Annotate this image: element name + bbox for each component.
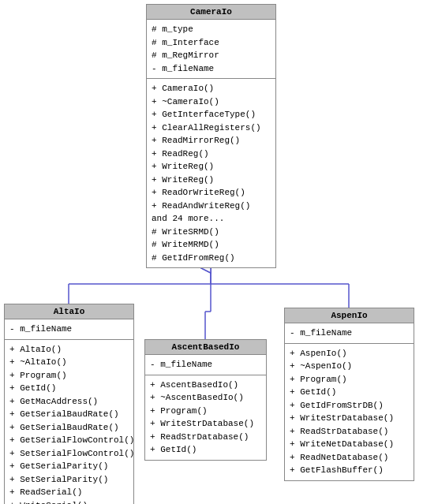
altaio-box: AltaIo - m_fileName + AltaIo() + ~AltaIo…	[4, 304, 134, 504]
diagram-container: CameraIo # m_type # m_Interface # m_RegM…	[0, 0, 423, 504]
cameraio-field-1: # m_type	[152, 23, 271, 36]
aspenio-method-1: + AspenIo()	[290, 347, 409, 360]
ascentbasedio-method-2: + ~AscentBasedIo()	[150, 391, 261, 405]
cameraio-method-5: + ReadMirrorReg()	[152, 134, 271, 147]
cameraio-method-13: # GetIdFromReg()	[152, 252, 271, 265]
cameraio-method-7: + WriteReg()	[152, 160, 271, 174]
cameraio-method-1: + CameraIo()	[152, 82, 271, 95]
ascentbasedio-title: AscentBasedIo	[145, 340, 266, 355]
cameraio-title: CameraIo	[147, 5, 275, 20]
ascentbasedio-fields: - m_fileName	[145, 355, 266, 375]
ascentbasedio-field-1: - m_fileName	[150, 358, 261, 371]
altaio-method-6: + GetSerialBaudRate()	[9, 408, 129, 421]
altaio-fields: - m_fileName	[5, 319, 133, 340]
cameraio-method-9: + ReadOrWriteReg()	[152, 186, 271, 200]
cameraio-method-8: + WriteReg()	[152, 174, 271, 187]
altaio-method-9: + SetSerialFlowControl()	[9, 447, 129, 461]
aspenio-fields: - m_fileName	[285, 323, 414, 344]
altaio-method-10: + GetSerialParity()	[9, 460, 129, 473]
aspenio-method-8: + WriteNetDatabase()	[290, 438, 409, 451]
altaio-title: AltaIo	[5, 304, 133, 319]
altaio-method-7: + GetSerialBaudRate()	[9, 421, 129, 435]
cameraio-method-6: + ReadReg()	[152, 147, 271, 161]
altaio-field-1: - m_fileName	[9, 323, 129, 336]
aspenio-box: AspenIo - m_fileName + AspenIo() + ~Aspe…	[284, 308, 414, 481]
cameraio-methods: + CameraIo() + ~CameraIo() + GetInterfac…	[147, 79, 275, 267]
cameraio-method-3: + GetInterfaceType()	[152, 108, 271, 121]
aspenio-method-9: + ReadNetDatabase()	[290, 451, 409, 465]
altaio-method-12: + ReadSerial()	[9, 486, 129, 499]
ascentbasedio-method-5: + ReadStrDatabase()	[150, 431, 261, 444]
altaio-methods: + AltaIo() + ~AltaIo() + Program() + Get…	[5, 340, 133, 505]
aspenio-method-4: + GetId()	[290, 386, 409, 399]
altaio-method-8: + GetSerialFlowControl()	[9, 434, 129, 447]
aspenio-method-6: + WriteStrDatabase()	[290, 412, 409, 425]
aspenio-title: AspenIo	[285, 308, 414, 323]
cameraio-field-3: # m_RegMirror	[152, 49, 271, 62]
ascentbasedio-method-4: + WriteStrDatabase()	[150, 417, 261, 431]
cameraio-method-12: # WriteMRMD()	[152, 238, 271, 252]
cameraio-method-10: + ReadAndWriteReg()	[152, 200, 271, 213]
cameraio-field-4: - m_fileName	[152, 62, 271, 76]
cameraio-field-2: # m_Interface	[152, 36, 271, 50]
aspenio-methods: + AspenIo() + ~AspenIo() + Program() + G…	[285, 344, 414, 480]
ascentbasedio-method-1: + AscentBasedIo()	[150, 379, 261, 392]
cameraio-box: CameraIo # m_type # m_Interface # m_RegM…	[146, 4, 276, 268]
aspenio-field-1: - m_fileName	[290, 327, 409, 340]
altaio-method-2: + ~AltaIo()	[9, 356, 129, 369]
cameraio-fields: # m_type # m_Interface # m_RegMirror - m…	[147, 20, 275, 79]
altaio-method-11: + SetSerialParity()	[9, 473, 129, 487]
altaio-method-4: + GetId()	[9, 382, 129, 395]
altaio-method-13: + WriteSerial()	[9, 499, 129, 505]
ascentbasedio-methods: + AscentBasedIo() + ~AscentBasedIo() + P…	[145, 375, 266, 460]
ascentbasedio-box: AscentBasedIo - m_fileName + AscentBased…	[144, 339, 267, 461]
ascentbasedio-method-6: + GetId()	[150, 443, 261, 457]
aspenio-method-2: + ~AspenIo()	[290, 360, 409, 373]
aspenio-method-5: + GetIdFromStrDB()	[290, 399, 409, 413]
ascentbasedio-method-3: + Program()	[150, 405, 261, 418]
aspenio-method-10: + GetFlashBuffer()	[290, 464, 409, 477]
cameraio-method-4: + ClearAllRegisters()	[152, 121, 271, 135]
aspenio-method-3: + Program()	[290, 373, 409, 386]
cameraio-method-11: # WriteSRMD()	[152, 226, 271, 239]
altaio-method-3: + Program()	[9, 369, 129, 383]
aspenio-method-7: + ReadStrDatabase()	[290, 425, 409, 439]
altaio-method-5: + GetMacAddress()	[9, 395, 129, 409]
cameraio-method-more: and 24 more...	[152, 212, 271, 226]
altaio-method-1: + AltaIo()	[9, 343, 129, 357]
cameraio-method-2: + ~CameraIo()	[152, 95, 271, 109]
